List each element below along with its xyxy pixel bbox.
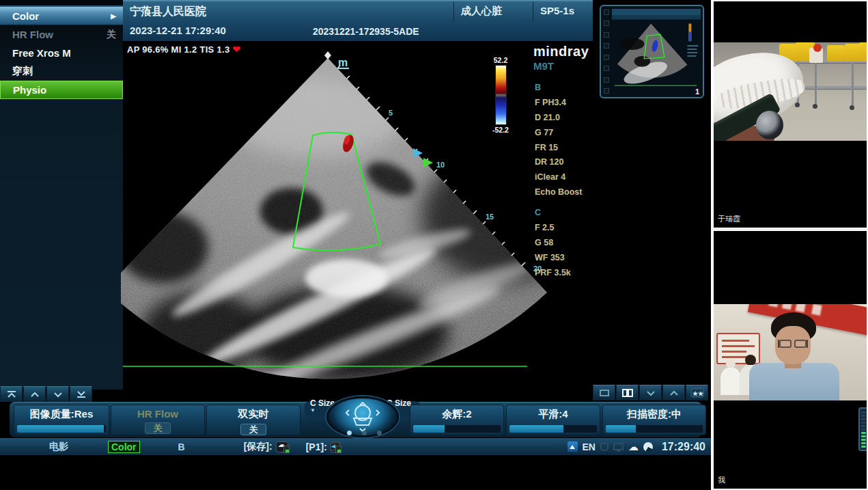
svg-text:★★: ★★	[692, 390, 704, 397]
svg-text:10: 10	[436, 161, 445, 169]
active-mode-color[interactable]: Color	[108, 441, 140, 453]
param-item: DR 120	[535, 155, 582, 170]
image-quality-control[interactable]: 图像质量:Res	[14, 405, 109, 435]
menu-item-label: 穿刺	[12, 65, 33, 78]
participant-name: 我	[718, 475, 725, 485]
probe-model: M9T	[533, 60, 602, 72]
submenu-arrow-icon: ▶	[111, 12, 116, 20]
video-tile-remote[interactable]: 于瑞霞	[712, 0, 868, 229]
persistence-label: 余辉:2	[410, 408, 503, 421]
brand-block: mindray M9T	[533, 44, 602, 72]
param-item: D 21.0	[535, 111, 582, 126]
page-first-button[interactable]	[0, 386, 23, 402]
param-item: F PH3.4	[535, 96, 582, 111]
scan-density-progress	[606, 425, 703, 433]
image-quality-label: 图像质量:Res	[14, 408, 109, 421]
participant-name: 于瑞霞	[718, 214, 740, 224]
menu-item-color[interactable]: Color ▶	[0, 7, 123, 25]
imaging-mode-menu: Color ▶ HR Flow 关 Free Xros M 穿刺 Physio	[0, 5, 123, 99]
background-person	[726, 359, 736, 368]
sector-apex-marker	[324, 51, 331, 59]
smooth-control[interactable]: 平滑:4	[506, 405, 600, 435]
mode-b-button[interactable]: B	[178, 441, 185, 452]
scan-density-control[interactable]: 扫描密度:中	[602, 405, 706, 435]
menu-item-state: 关	[107, 29, 116, 41]
menu-item-label: Free Xros M	[12, 47, 71, 59]
smooth-label: 平滑:4	[507, 408, 600, 421]
ime-arrow-icon[interactable]	[568, 441, 578, 452]
hr-flow-control[interactable]: HR Flow 关	[111, 405, 205, 435]
page-down-button[interactable]	[46, 386, 69, 402]
dual-live-control[interactable]: 双实时 关	[206, 405, 300, 435]
dual-layout-button[interactable]	[616, 385, 639, 400]
page-indicator-dots[interactable]	[347, 431, 382, 435]
imaging-parameters: B F PH3.4 D 21.0 G 77 FR 15 DR 120 iClea…	[535, 81, 582, 280]
image-quality-progress	[17, 425, 106, 433]
color-scale-min: -52.2	[489, 126, 512, 134]
param-item: iClear 4	[535, 170, 582, 185]
color-mode-section-label: C	[535, 206, 582, 221]
filmstrip-icon	[604, 8, 612, 95]
save-clip-icon[interactable]	[331, 441, 340, 452]
mic-level-meter	[858, 407, 868, 451]
menu-page-nav	[0, 386, 93, 402]
status-bar: 电影 Color B [保存]: [P1]: EN ☁ 17:29:40	[0, 438, 711, 455]
page-last-button[interactable]	[70, 386, 92, 402]
param-item: Echo Boost	[535, 185, 582, 200]
smooth-progress	[509, 425, 597, 433]
b-mode-section-label: B	[535, 81, 582, 96]
dual-live-label: 双实时	[207, 408, 300, 421]
network-display-icon	[613, 443, 624, 450]
param-item: G 58	[535, 236, 582, 251]
ultrasound-teleconsult-screen: Color ▶ HR Flow 关 Free Xros M 穿刺 Physio …	[0, 0, 868, 490]
menu-item-label: Physio	[13, 84, 46, 96]
thumbnail-page-number: 1	[695, 87, 699, 96]
system-tray: EN ☁ 17:29:40	[568, 441, 706, 453]
persistence-control[interactable]: 余辉:2	[410, 405, 504, 435]
menu-item-puncture[interactable]: 穿刺	[0, 62, 123, 81]
hospital-name: 宁蒗县人民医院	[123, 1, 453, 22]
ultrasound-image[interactable]: 5 10 15 20 m	[121, 39, 592, 398]
scroll-down-button[interactable]	[639, 385, 662, 400]
glasses-icon	[778, 340, 808, 348]
b-mode-fan	[121, 39, 592, 398]
cloud-status-icon: ☁	[628, 441, 639, 453]
persistence-progress	[413, 425, 501, 433]
color-scale: 52.2 -52.2	[489, 56, 512, 134]
video-tile-self[interactable]: 我	[712, 230, 868, 490]
probe-name: SP5-1s	[533, 1, 593, 22]
orientation-marker: m	[338, 57, 348, 68]
clip-thumbnail[interactable]: 1	[600, 5, 704, 98]
save-key-label: [保存]:	[244, 441, 272, 453]
page-up-button[interactable]	[23, 386, 46, 402]
remote-video-frame	[714, 42, 867, 141]
doctor-torso	[749, 363, 839, 400]
video-call-sidebar: 于瑞霞	[711, 0, 868, 490]
self-video-frame	[714, 304, 867, 400]
cine-button[interactable]: 电影	[49, 441, 68, 453]
scroll-up-button[interactable]	[662, 385, 685, 400]
exam-type: 成人心脏	[453, 1, 533, 22]
thumbnail-preview	[612, 8, 701, 95]
ime-language[interactable]: EN	[583, 441, 596, 452]
param-item: F 2.5	[535, 221, 582, 236]
menu-item-label: Color	[12, 10, 39, 22]
single-layout-button[interactable]	[593, 385, 615, 400]
hr-flow-toggle[interactable]: 关	[145, 422, 171, 434]
favorites-button[interactable]: ★★	[686, 385, 708, 400]
save-image-icon[interactable]	[276, 441, 288, 452]
exam-header-bar: 宁蒗县人民医院 成人心脏 SP5-1s 2023-12-21 17:29:40 …	[123, 0, 593, 41]
menu-item-label: HR Flow	[12, 29, 53, 40]
menu-item-physio[interactable]: Physio	[0, 81, 123, 99]
hr-flow-label: HR Flow	[111, 408, 204, 420]
svg-text:15: 15	[486, 213, 494, 221]
param-item: PRF 3.5k	[535, 266, 582, 281]
dual-live-toggle[interactable]: 关	[240, 424, 266, 435]
layout-toolbar: ★★	[593, 385, 709, 400]
menu-item-hr-flow[interactable]: HR Flow 关	[0, 25, 123, 44]
disk-usage-icon	[643, 442, 653, 452]
system-clock: 17:29:40	[662, 441, 705, 453]
color-scale-max: 52.2	[489, 56, 512, 64]
param-item: G 77	[535, 126, 582, 141]
menu-item-free-xros-m[interactable]: Free Xros M	[0, 44, 123, 62]
